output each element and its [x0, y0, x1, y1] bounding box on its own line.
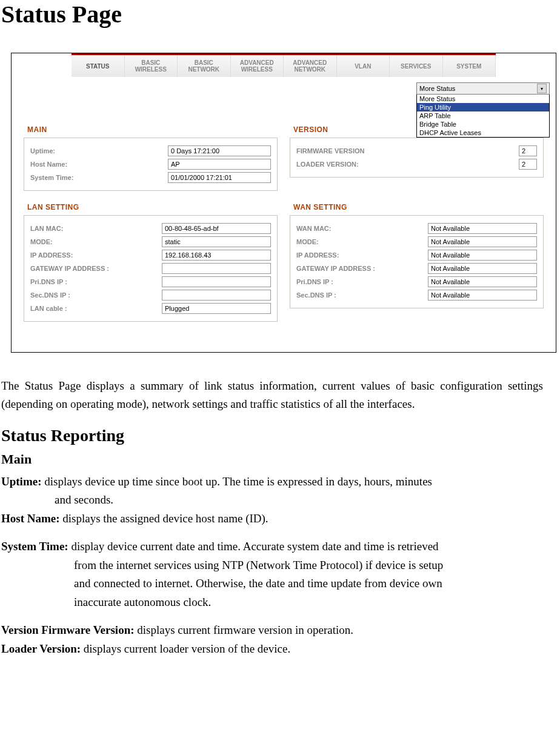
lan-pdns-label: Pri.DNS IP : — [30, 278, 162, 285]
lan-mac-label: LAN MAC: — [30, 225, 162, 232]
tab-system[interactable]: SYSTEM — [443, 55, 496, 77]
dropdown-option-ping-utility[interactable]: Ping Utility — [417, 103, 549, 111]
lan-sdns-label: Sec.DNS IP : — [30, 291, 162, 299]
dropdown-option-dhcp-leases[interactable]: DHCP Active Leases — [417, 128, 549, 137]
lan-ip-field — [162, 250, 271, 261]
definitions: Uptime: displays device up time since bo… — [1, 473, 543, 658]
wan-mac-field — [428, 223, 537, 234]
lan-mode-label: MODE: — [30, 238, 162, 245]
def-uptime-text-2: and seconds. — [55, 493, 113, 506]
lan-cable-label: LAN cable : — [30, 305, 162, 312]
lan-sdns-field — [162, 290, 271, 301]
def-loader-text: displays current loader version of the d… — [81, 642, 290, 655]
dropdown-option-more-status[interactable]: More Status — [417, 95, 549, 103]
tab-advanced-network[interactable]: ADVANCED NETWORK — [284, 55, 337, 77]
main-panel: Uptime: Host Name: System Time: — [24, 138, 278, 191]
def-systime-text: display device current date and time. Ac… — [68, 540, 439, 553]
def-systime-text-4: inaccurate autonomous clock. — [74, 596, 211, 608]
hostname-field — [168, 159, 271, 170]
lan-cable-field — [162, 303, 271, 314]
wan-panel: WAN MAC: MODE: IP ADDRESS: GATEWAY IP AD… — [290, 215, 544, 308]
def-firmware-term: Version Firmware Version: — [1, 624, 135, 636]
def-hostname-term: Host Name: — [1, 512, 60, 525]
wan-panel-title: WAN SETTING — [293, 203, 544, 211]
wan-sdns-label: Sec.DNS IP : — [296, 291, 428, 299]
status-reporting-heading: Status Reporting — [1, 426, 543, 445]
dropdown-selected: More Status — [419, 85, 455, 92]
tab-status[interactable]: STATUS — [72, 55, 125, 77]
firmware-version-field — [519, 145, 537, 156]
firmware-version-label: FIRMWARE VERSION — [296, 147, 519, 155]
lan-mode-field — [162, 236, 271, 247]
def-systime-text-3: and connected to internet. Otherwise, th… — [74, 577, 442, 590]
uptime-label: Uptime: — [30, 147, 168, 155]
loader-version-field — [519, 159, 537, 170]
lan-panel: LAN MAC: MODE: IP ADDRESS: GATEWAY IP AD… — [24, 215, 278, 322]
tab-advanced-wireless[interactable]: ADVANCED WIRELESS — [231, 55, 284, 77]
chevron-down-icon[interactable]: ▾ — [537, 84, 547, 93]
wan-ip-label: IP ADDRESS: — [296, 251, 428, 259]
version-panel: FIRMWARE VERSION LOADER VERSION: — [290, 138, 544, 178]
tab-services[interactable]: SERVICES — [390, 55, 443, 77]
lan-pdns-field — [162, 276, 271, 287]
hostname-label: Host Name: — [30, 161, 168, 168]
wan-mac-label: WAN MAC: — [296, 225, 428, 232]
wan-mode-field — [428, 236, 537, 247]
def-loader-term: Loader Version: — [1, 642, 81, 655]
lan-gw-field — [162, 263, 271, 274]
systime-label: System Time: — [30, 174, 168, 181]
tab-basic-network[interactable]: BASIC NETWORK — [178, 55, 231, 77]
lan-ip-label: IP ADDRESS: — [30, 251, 162, 259]
loader-version-label: LOADER VERSION: — [296, 161, 519, 168]
status-screenshot: STATUS BASIC WIRELESS BASIC NETWORK ADVA… — [11, 53, 556, 353]
lan-gw-label: GATEWAY IP ADDRESS : — [30, 265, 162, 272]
lan-mac-field — [162, 223, 271, 234]
def-firmware-text: displays current firmware version in ope… — [135, 624, 353, 636]
def-systime-text-2: from the internet services using NTP (Ne… — [74, 559, 443, 571]
tab-vlan[interactable]: VLAN — [337, 55, 390, 77]
def-hostname-text: displays the assigned device host name (… — [60, 512, 268, 525]
wan-pdns-field — [428, 276, 537, 287]
uptime-field — [168, 145, 271, 156]
dropdown-option-arp-table[interactable]: ARP Table — [417, 111, 549, 120]
more-status-dropdown[interactable]: More Status ▾ More Status Ping Utility A… — [416, 82, 550, 138]
dropdown-option-bridge-table[interactable]: Bridge Table — [417, 120, 549, 128]
main-heading: Main — [1, 451, 543, 467]
status-description: The Status Page displays a summary of li… — [1, 377, 543, 414]
wan-gw-label: GATEWAY IP ADDRESS : — [296, 265, 428, 272]
main-panel-title: MAIN — [27, 125, 278, 134]
wan-ip-field — [428, 250, 537, 261]
lan-panel-title: LAN SETTING — [27, 203, 278, 211]
def-systime-term: System Time: — [1, 540, 68, 553]
nav-bar: STATUS BASIC WIRELESS BASIC NETWORK ADVA… — [72, 53, 496, 77]
def-uptime-term: Uptime: — [1, 475, 41, 488]
systime-field — [168, 172, 271, 183]
wan-gw-field — [428, 263, 537, 274]
def-uptime-text: displays device up time since boot up. T… — [41, 475, 432, 488]
wan-sdns-field — [428, 290, 537, 301]
wan-pdns-label: Pri.DNS IP : — [296, 278, 428, 285]
wan-mode-label: MODE: — [296, 238, 428, 245]
page-title: Status Page — [1, 0, 543, 28]
tab-basic-wireless[interactable]: BASIC WIRELESS — [125, 55, 178, 77]
